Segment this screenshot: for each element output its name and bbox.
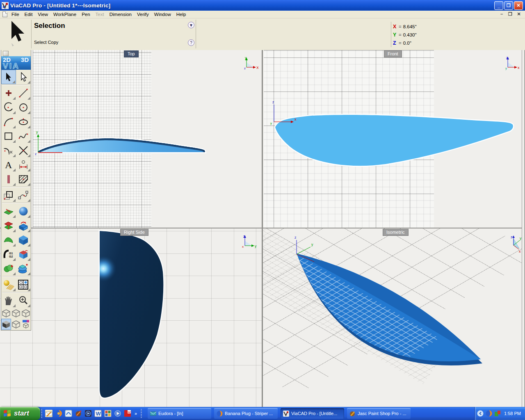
tray-status-icon[interactable] <box>494 410 501 417</box>
minimize-button[interactable]: _ <box>494 1 503 10</box>
tool-workplane[interactable] <box>1 204 16 218</box>
y-label: Y <box>393 32 398 38</box>
ql-nc-icon[interactable]: NC <box>124 410 131 417</box>
tool-spline[interactable] <box>16 129 31 143</box>
tool-cube[interactable] <box>16 233 31 247</box>
help-button[interactable]: ? <box>188 39 194 46</box>
tool-circle[interactable] <box>16 100 31 114</box>
menu-view[interactable]: View <box>38 12 48 17</box>
tool-pan[interactable] <box>1 293 16 308</box>
view-wireframe[interactable] <box>11 319 21 330</box>
front-axis-icon: z x y <box>504 56 520 71</box>
right-side-view-shape <box>0 228 262 407</box>
menu-verify[interactable]: Verify <box>137 12 149 17</box>
viewport-divider-vertical[interactable] <box>262 50 263 407</box>
restore-button[interactable]: ❐ <box>504 1 513 10</box>
window-title: ViaCAD Pro - [Untitled 1*---Isometric] <box>10 2 110 9</box>
viewport-label-top[interactable]: Top <box>124 50 139 57</box>
dropdown-button[interactable]: ▼ <box>188 22 194 28</box>
view-iso-2[interactable] <box>11 308 21 319</box>
tool-trim[interactable] <box>16 143 31 158</box>
mdi-close[interactable]: ✕ <box>516 11 522 17</box>
task-viacad[interactable]: ViaCAD Pro - [Untitle... <box>281 408 344 419</box>
tool-viewport-layout[interactable] <box>16 277 31 292</box>
view-iso-3[interactable] <box>21 308 31 319</box>
viewport-divider-horizontal[interactable] <box>0 228 525 228</box>
tray-collapse-icon[interactable] <box>477 410 484 417</box>
view-iso-1[interactable] <box>1 308 11 319</box>
ql-photos-icon[interactable] <box>104 410 112 417</box>
tool-boolean-add[interactable] <box>1 261 16 276</box>
tool-curve[interactable] <box>1 114 16 129</box>
ql-media-icon[interactable] <box>84 410 92 417</box>
tool-line[interactable] <box>16 86 31 100</box>
menu-file[interactable]: File <box>11 12 19 17</box>
tool-revolve[interactable] <box>16 261 31 276</box>
tool-zoom[interactable] <box>16 293 31 308</box>
tool-ellipse[interactable] <box>16 114 31 129</box>
viewport-isometric[interactable]: z y Isometric z y x <box>263 228 522 407</box>
ql-firefox-icon[interactable] <box>55 410 62 417</box>
start-button[interactable]: start <box>0 407 40 420</box>
tool-header: Selection Select Copy ▼ ? X=8.645" Y=0.4… <box>0 18 525 50</box>
palette-grip[interactable] <box>1 50 31 56</box>
title-bar[interactable]: ViaCAD Pro - [Untitled 1*---Isometric] _… <box>0 0 525 11</box>
viewport-right-side[interactable]: Right Side z y x <box>0 228 262 407</box>
task-paintshop[interactable]: Jasc Paint Shop Pro - ... <box>347 408 411 419</box>
viewport-top[interactable]: y z Top y X z <box>0 50 262 228</box>
tool-solid-edit[interactable] <box>16 247 31 261</box>
tool-sphere[interactable] <box>16 204 31 218</box>
document-icon[interactable] <box>2 11 7 17</box>
tool-hatch[interactable] <box>16 172 31 186</box>
tool-dimension[interactable] <box>16 158 31 172</box>
ql-word-icon[interactable]: W <box>94 410 102 417</box>
task-banana-plug[interactable]: Banana Plug - Striper ... <box>214 408 278 419</box>
menu-dimension[interactable]: Dimension <box>110 12 132 17</box>
tool-fillet[interactable] <box>1 143 16 158</box>
tool-render-options[interactable] <box>1 277 16 292</box>
tool-text[interactable]: A <box>1 158 16 172</box>
ql-mail-icon[interactable] <box>45 410 52 417</box>
tool-rectangle[interactable] <box>1 129 16 143</box>
ql-paintshop-icon[interactable] <box>75 410 82 417</box>
tool-offset[interactable] <box>1 188 16 202</box>
tool-polyline[interactable] <box>16 188 31 202</box>
tool-arc[interactable] <box>1 100 16 114</box>
ql-wmp-icon[interactable] <box>114 410 121 417</box>
mdi-restore[interactable]: ❐ <box>507 11 513 17</box>
quick-launch-overflow[interactable]: » <box>135 411 137 416</box>
y-value: 0.430" <box>403 32 417 37</box>
right-side-axis-icon: z y x <box>241 234 258 249</box>
tool-select[interactable] <box>1 70 16 84</box>
view-custom[interactable] <box>21 319 31 330</box>
right-border <box>522 50 525 407</box>
drawing-area: y z Top y X z z <box>0 50 525 407</box>
view-shaded[interactable] <box>1 319 11 330</box>
mdi-minimize[interactable]: – <box>499 11 504 17</box>
menu-pen[interactable]: Pen <box>82 12 90 17</box>
svg-text:y: y <box>505 66 507 70</box>
tool-curvature-analysis[interactable]: G1G2 <box>1 247 16 261</box>
tool-extrude[interactable] <box>16 218 31 233</box>
menu-workplane[interactable]: WorkPlane <box>53 12 76 17</box>
viewport-label-right-side[interactable]: Right Side <box>120 229 148 236</box>
windows-flag-icon <box>3 410 11 417</box>
svg-text:x: x <box>294 117 297 121</box>
menu-window[interactable]: Window <box>154 12 171 17</box>
viewport-label-front[interactable]: Front <box>384 50 402 57</box>
ql-app-icon[interactable] <box>65 410 72 417</box>
task-eudora[interactable]: Eudora - [In] <box>148 408 211 419</box>
menu-edit[interactable]: Edit <box>25 12 33 17</box>
viewport-front[interactable]: z x y Front z x y <box>263 50 522 228</box>
viewport-label-isometric[interactable]: Isometric <box>383 229 409 236</box>
tool-point[interactable] <box>1 86 16 100</box>
menu-help[interactable]: Help <box>176 12 186 17</box>
svg-text:G2: G2 <box>9 255 13 258</box>
svg-text:x: x <box>518 66 520 70</box>
tool-direct-select[interactable] <box>16 70 31 84</box>
tool-surface[interactable] <box>1 233 16 247</box>
tool-thick-line[interactable] <box>1 172 16 186</box>
close-button[interactable]: ✕ <box>514 1 523 10</box>
tool-flatten[interactable] <box>1 218 16 233</box>
tray-firefox-icon[interactable] <box>486 410 492 417</box>
